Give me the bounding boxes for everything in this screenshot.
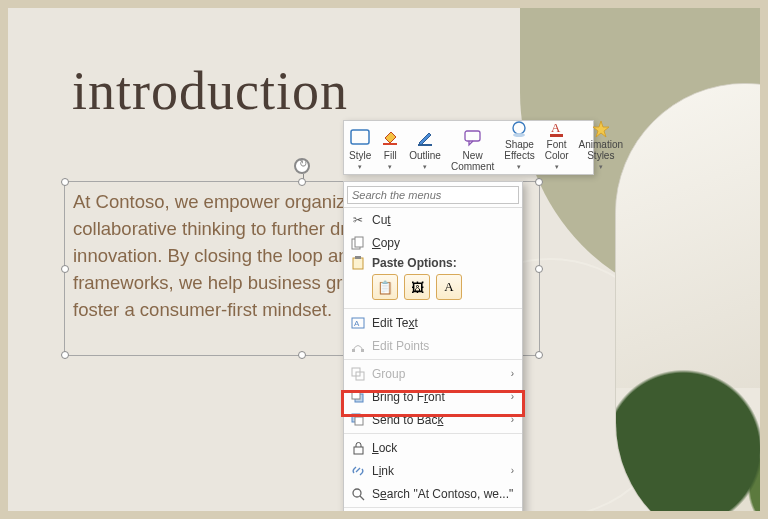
svg-rect-0 bbox=[351, 130, 369, 144]
svg-text:A: A bbox=[551, 120, 561, 135]
resize-handle[interactable] bbox=[535, 265, 543, 273]
comment-icon bbox=[464, 127, 482, 149]
svg-text:A: A bbox=[354, 319, 360, 328]
slide-title: introduction bbox=[72, 60, 348, 122]
svg-rect-7 bbox=[550, 134, 563, 137]
edit-points-icon bbox=[344, 339, 372, 353]
menu-send-back[interactable]: Send to Back› bbox=[344, 408, 522, 431]
pen-outline-icon bbox=[416, 127, 434, 149]
menu-lock[interactable]: Lock bbox=[344, 436, 522, 459]
copy-icon bbox=[344, 236, 372, 250]
shape-effects-button[interactable]: Shape Effects▾ bbox=[499, 121, 539, 174]
svg-rect-22 bbox=[354, 447, 363, 454]
outline-button[interactable]: Outline▾ bbox=[404, 121, 446, 174]
resize-handle[interactable] bbox=[61, 265, 69, 273]
svg-rect-19 bbox=[352, 391, 360, 399]
menu-search-selection[interactable]: Search "At Contoso, we..." bbox=[344, 482, 522, 505]
font-color-button[interactable]: A Font Color▾ bbox=[540, 121, 574, 174]
svg-rect-11 bbox=[355, 256, 361, 259]
resize-handle[interactable] bbox=[61, 351, 69, 359]
paint-bucket-icon bbox=[381, 127, 399, 149]
shape-effects-icon bbox=[510, 120, 528, 138]
menu-copy[interactable]: Copy bbox=[344, 231, 522, 254]
search-icon bbox=[344, 487, 372, 501]
svg-rect-2 bbox=[418, 144, 432, 146]
paste-options-header: Paste Options: bbox=[344, 254, 522, 272]
svg-rect-15 bbox=[361, 349, 364, 352]
menu-group: Group› bbox=[344, 362, 522, 385]
paste-options-row: 📋 🖼 A bbox=[344, 272, 522, 306]
clipboard-icon bbox=[344, 256, 372, 270]
svg-rect-9 bbox=[355, 237, 363, 247]
resize-handle[interactable] bbox=[61, 178, 69, 186]
app-frame: introduction ↻ At Contoso, we empower or… bbox=[0, 0, 768, 519]
menu-cut[interactable]: ✂Cut bbox=[344, 208, 522, 231]
paste-dest-theme[interactable]: 📋 bbox=[372, 274, 398, 300]
animation-styles-button[interactable]: Animation Styles▾ bbox=[574, 121, 628, 174]
svg-rect-1 bbox=[383, 143, 397, 145]
lock-icon bbox=[344, 441, 372, 455]
svg-point-4 bbox=[513, 122, 525, 134]
slide-canvas[interactable]: introduction ↻ At Contoso, we empower or… bbox=[8, 8, 760, 511]
group-icon bbox=[344, 367, 372, 381]
context-menu: ✂Cut Copy Paste Options: 📋 🖼 A AEdit Tex… bbox=[343, 181, 523, 511]
menu-link[interactable]: Link› bbox=[344, 459, 522, 482]
scissors-icon: ✂ bbox=[344, 213, 372, 227]
svg-point-23 bbox=[353, 489, 361, 497]
resize-handle[interactable] bbox=[535, 351, 543, 359]
shape-style-icon bbox=[350, 127, 370, 149]
menu-search bbox=[344, 182, 522, 208]
svg-point-5 bbox=[513, 133, 525, 137]
svg-rect-21 bbox=[355, 417, 363, 425]
rotate-handle[interactable]: ↻ bbox=[294, 158, 310, 174]
fill-button[interactable]: Fill▾ bbox=[376, 121, 404, 174]
animation-icon bbox=[592, 120, 610, 138]
menu-edit-text[interactable]: AEdit Text bbox=[344, 311, 522, 334]
svg-line-24 bbox=[360, 496, 364, 500]
menu-bring-front[interactable]: Bring to Front› bbox=[344, 385, 522, 408]
menu-save-as-picture[interactable]: Save as Picture... bbox=[344, 510, 522, 511]
new-comment-button[interactable]: New Comment bbox=[446, 121, 499, 174]
slide-photo bbox=[615, 83, 760, 511]
resize-handle[interactable] bbox=[535, 178, 543, 186]
link-icon bbox=[344, 464, 372, 478]
bring-front-icon bbox=[344, 390, 372, 404]
mini-toolbar: Style▾ Fill▾ Outline▾ New Comment Shape … bbox=[343, 120, 594, 175]
send-back-icon bbox=[344, 413, 372, 427]
menu-edit-points: Edit Points bbox=[344, 334, 522, 357]
font-color-icon: A bbox=[549, 120, 565, 138]
edit-text-icon: A bbox=[344, 316, 372, 330]
svg-rect-3 bbox=[465, 131, 480, 141]
resize-handle[interactable] bbox=[298, 351, 306, 359]
svg-rect-10 bbox=[353, 258, 363, 269]
style-button[interactable]: Style▾ bbox=[344, 121, 376, 174]
paste-picture[interactable]: 🖼 bbox=[404, 274, 430, 300]
svg-rect-14 bbox=[352, 349, 355, 352]
menu-search-input[interactable] bbox=[347, 186, 519, 204]
resize-handle[interactable] bbox=[298, 178, 306, 186]
paste-keep-text[interactable]: A bbox=[436, 274, 462, 300]
